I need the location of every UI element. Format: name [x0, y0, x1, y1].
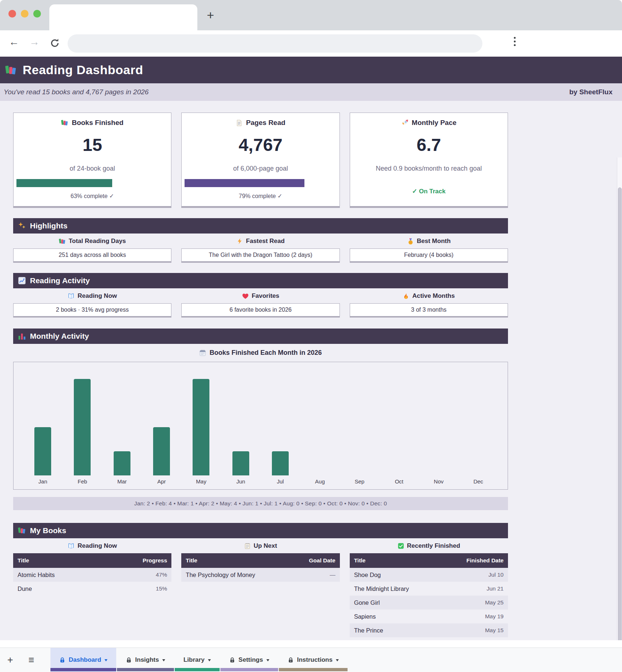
- viewport-bottom-band: [0, 640, 622, 648]
- stat-value: 4,767: [182, 135, 339, 155]
- table-row: The Psychology of Money—: [181, 568, 340, 582]
- column-header: Goal Date: [309, 557, 335, 564]
- chevron-down-icon: [266, 659, 269, 663]
- highlight-value: The Girl with the Dragon Tattoo (2 days): [181, 248, 340, 262]
- browser-titlebar: +: [0, 0, 622, 30]
- page-icon: [236, 119, 243, 126]
- chevron-down-icon: [336, 659, 339, 663]
- section-header-highlights: Highlights: [13, 218, 508, 234]
- stat-footer: 79% complete ✓: [182, 193, 339, 200]
- axis-tick-label: Feb: [78, 478, 87, 486]
- column-header: Title: [18, 557, 29, 564]
- table-row: The PrinceMay 15: [350, 623, 508, 637]
- column-header: Progress: [143, 557, 167, 564]
- activity-label: Favorites: [252, 292, 280, 300]
- books-icon: [59, 238, 66, 245]
- page-title: Reading Dashboard: [23, 63, 143, 77]
- activity-values: 2 books · 31% avg progress 6 favorite bo…: [13, 303, 508, 316]
- sheet-tab-dashboard[interactable]: Dashboard: [50, 648, 116, 672]
- column-label: Up Next: [254, 542, 277, 550]
- chart-slot: Feb: [62, 362, 102, 489]
- highlight-label: Total Reading Days: [69, 238, 126, 245]
- progress-bar: [16, 179, 112, 187]
- book-value: 47%: [156, 572, 167, 578]
- stat-goal: of 6,000-page goal: [182, 165, 339, 172]
- vertical-scrollbar[interactable]: [617, 157, 622, 672]
- chart-slot: Nov: [419, 362, 458, 489]
- progress-bar: [185, 179, 304, 187]
- chart-slot: Jun: [221, 362, 261, 489]
- section-title: Reading Activity: [30, 276, 90, 285]
- section-title: My Books: [30, 526, 66, 535]
- table-row: Dune15%: [13, 582, 171, 596]
- chart-bar-apr: [153, 427, 170, 475]
- calendar-icon: [199, 349, 206, 356]
- sheet-tab-settings[interactable]: Settings: [220, 648, 278, 672]
- book-value: 15%: [156, 585, 167, 592]
- column-label: Reading Now: [77, 542, 117, 550]
- book-value: May 19: [485, 613, 504, 620]
- minimize-window-button[interactable]: [21, 10, 29, 18]
- new-tab-button[interactable]: +: [207, 8, 214, 22]
- table-row: Shoe DogJul 10: [350, 568, 508, 582]
- sheet-tab-library[interactable]: Library: [175, 648, 220, 672]
- rocket-icon: [401, 119, 409, 126]
- column-label: Recently Finished: [407, 542, 460, 550]
- add-sheet-button[interactable]: +: [2, 652, 18, 668]
- chevron-down-icon: [162, 659, 165, 663]
- sheet-tab-label: Library: [183, 656, 205, 664]
- section-header-my-books: My Books: [13, 523, 508, 538]
- axis-tick-label: May: [196, 478, 206, 486]
- subtitle-bar: You've read 15 books and 4,767 pages in …: [0, 83, 622, 101]
- activity-label: Reading Now: [77, 292, 117, 300]
- sheet-tabs: DashboardInsightsLibrarySettingsInstruct…: [50, 648, 348, 672]
- lock-icon: [59, 657, 65, 663]
- chart-bar-mar: [114, 451, 130, 475]
- forward-button[interactable]: →: [29, 36, 39, 48]
- sheet-tab-insights[interactable]: Insights: [117, 648, 174, 672]
- axis-tick-label: Apr: [157, 478, 166, 486]
- up-next-column: Up Next Title Goal Date The Psychology o…: [181, 538, 340, 637]
- chart-slot: Apr: [142, 362, 181, 489]
- address-bar[interactable]: [68, 34, 482, 53]
- lock-icon: [288, 657, 294, 663]
- browser-menu-icon[interactable]: [514, 37, 516, 46]
- chart-up-icon: [18, 277, 26, 285]
- close-window-button[interactable]: [8, 10, 16, 18]
- up-next-table: Title Goal Date The Psychology of Money—: [181, 553, 340, 582]
- highlights-values: 251 days across all books The Girl with …: [13, 248, 508, 262]
- open-book-icon: [68, 293, 75, 300]
- chevron-down-icon: [105, 659, 107, 663]
- back-button[interactable]: ←: [9, 36, 19, 48]
- axis-tick-label: Sep: [354, 478, 364, 486]
- axis-tick-label: Jul: [277, 478, 284, 486]
- books-icon: [18, 527, 26, 535]
- reload-button[interactable]: [49, 38, 60, 50]
- activity-label: Active Months: [412, 292, 455, 300]
- scrollbar-thumb[interactable]: [618, 187, 622, 652]
- stat-value: 6.7: [350, 135, 508, 155]
- chart-slot: Mar: [102, 362, 142, 489]
- chart-bar-may: [193, 379, 209, 475]
- sheet-tab-instructions[interactable]: Instructions: [279, 648, 348, 672]
- maximize-window-button[interactable]: [33, 10, 41, 18]
- browser-tab[interactable]: [49, 4, 197, 30]
- all-sheets-menu-button[interactable]: ≡: [23, 652, 39, 668]
- books-icon: [5, 64, 17, 76]
- byline: by SheetFlux: [569, 88, 612, 96]
- stat-value: 15: [14, 135, 171, 155]
- book-value: May 15: [485, 627, 504, 634]
- activity-value: 3 of 3 months: [350, 303, 508, 316]
- sheet-tab-label: Dashboard: [69, 656, 101, 664]
- recently-finished-table: Title Finished Date Shoe DogJul 10The Mi…: [350, 553, 508, 637]
- table-row: Gone GirlMay 25: [350, 596, 508, 610]
- activity-value: 2 books · 31% avg progress: [13, 303, 171, 316]
- browser-navbar: ← →: [0, 30, 622, 57]
- app-header: Reading Dashboard: [0, 57, 622, 83]
- bar-chart-icon: [18, 332, 26, 340]
- stat-label: Monthly Pace: [412, 119, 456, 127]
- stat-goal: of 24-book goal: [14, 165, 171, 172]
- monthly-summary-strip: Jan: 2 • Feb: 4 • Mar: 1 • Apr: 2 • May:…: [13, 497, 508, 510]
- axis-tick-label: Jan: [38, 478, 47, 486]
- book-title: The Midnight Library: [354, 585, 409, 592]
